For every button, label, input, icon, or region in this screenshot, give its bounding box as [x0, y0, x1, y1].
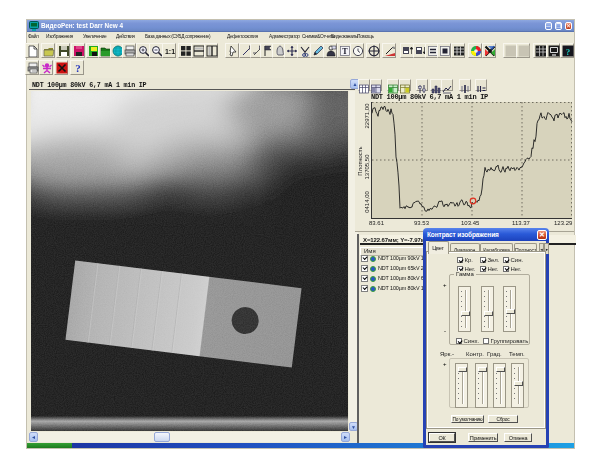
- svg-text:?: ?: [76, 62, 82, 74]
- svg-text:?: ?: [565, 47, 570, 57]
- svg-text:T: T: [342, 47, 348, 56]
- svg-text:1:1: 1:1: [165, 48, 175, 55]
